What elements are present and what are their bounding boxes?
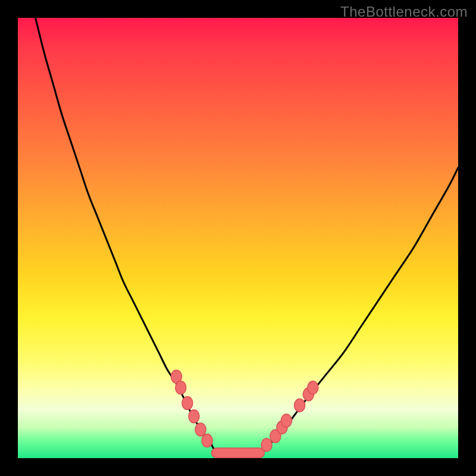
curve-left-curve — [36, 18, 216, 454]
valley-band-shape — [212, 448, 265, 458]
data-marker — [189, 410, 199, 423]
chart-frame: TheBottleneck.com — [0, 0, 476, 476]
data-marker — [308, 381, 318, 394]
data-marker — [261, 439, 272, 452]
marker-layer — [171, 370, 318, 452]
valley-band — [212, 448, 265, 458]
data-marker — [295, 399, 305, 412]
chart-overlay — [18, 18, 458, 458]
curve-layer — [36, 18, 458, 456]
curve-right-curve — [260, 168, 458, 454]
data-marker — [176, 381, 186, 394]
data-marker — [195, 423, 206, 436]
data-marker — [182, 397, 193, 410]
data-marker — [202, 434, 212, 447]
data-marker — [281, 414, 292, 427]
